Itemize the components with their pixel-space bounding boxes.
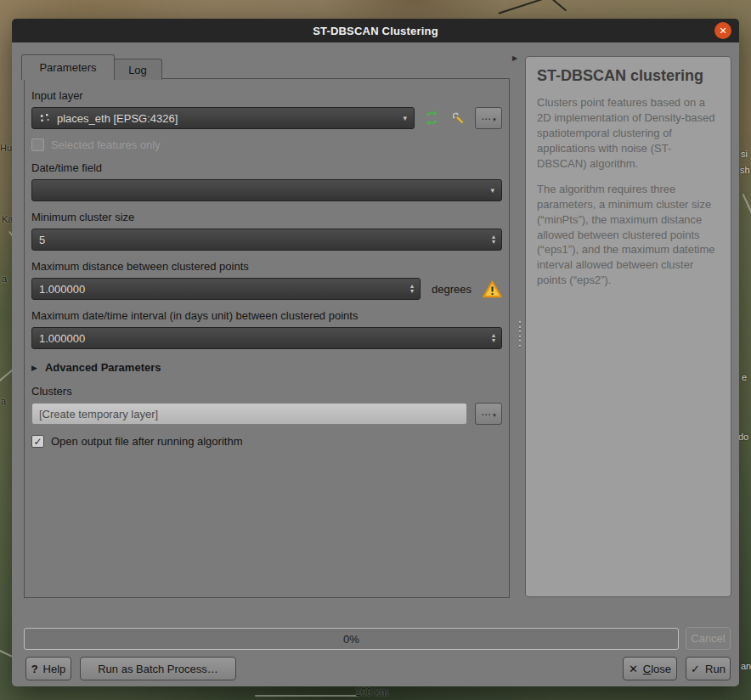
dialog-title: ST-DBSCAN Clustering xyxy=(313,25,438,37)
run-button[interactable]: ✓ Run xyxy=(686,657,731,680)
map-place-label: sh xyxy=(740,165,750,175)
input-layer-label: Input layer xyxy=(31,89,502,102)
selected-features-checkbox[interactable] xyxy=(31,138,44,151)
help-title: ST-DBSCAN clustering xyxy=(537,67,720,85)
map-border-line xyxy=(546,0,567,11)
clusters-output-input[interactable] xyxy=(31,403,467,425)
map-border-line xyxy=(498,0,555,14)
menu-arrow-icon: ▾ xyxy=(493,116,496,123)
chevron-down-icon: ▾ xyxy=(403,114,407,122)
map-place-label: Hu xyxy=(0,143,12,153)
point-layer-icon xyxy=(39,112,51,124)
help-paragraph: Clusters point features based on a 2D im… xyxy=(537,95,720,172)
max-distance-spinbox[interactable]: 1.000000 ▴▾ xyxy=(31,278,421,300)
selected-features-row: Selected features only xyxy=(31,138,502,151)
open-output-row: ✓ Open output file after running algorit… xyxy=(31,435,502,448)
map-scalebar-line xyxy=(255,695,357,697)
input-layer-combobox[interactable]: places_eth [EPSG:4326] ▾ xyxy=(31,107,415,129)
clusters-label: Clusters xyxy=(31,385,502,398)
max-interval-spinbox[interactable]: 1.000000 ▴▾ xyxy=(31,327,502,349)
parameters-panel: Input layer places_eth [EPSG:4326] ▾ xyxy=(24,78,510,598)
collapsed-arrow-icon: ▶ xyxy=(31,364,37,372)
close-button[interactable]: ✕ Close xyxy=(623,657,677,680)
close-x-icon: ✕ xyxy=(629,663,638,675)
max-interval-label: Maximum date/time interval (in days unit… xyxy=(31,309,502,322)
map-scale-label: 100 km xyxy=(355,686,388,698)
cancel-button[interactable]: Cancel xyxy=(686,627,731,650)
tab-log[interactable]: Log xyxy=(113,59,162,80)
map-place-label: an xyxy=(741,661,751,671)
panel-splitter-handle[interactable] xyxy=(517,321,522,347)
open-output-label: Open output file after running algorithm xyxy=(51,435,242,448)
tab-scroll-right-icon[interactable]: ▶ xyxy=(512,54,517,62)
map-place-label: si xyxy=(741,149,748,159)
input-layer-value: places_eth [EPSG:4326] xyxy=(57,112,178,125)
iterate-over-layer-icon[interactable] xyxy=(422,109,441,127)
min-cluster-size-value: 5 xyxy=(39,234,45,246)
degrees-unit-label: degrees xyxy=(432,283,471,296)
selected-features-label: Selected features only xyxy=(51,138,161,151)
qgis-screen: Hu Ka a a si sh e do an 100 km ST-DBSCAN… xyxy=(0,0,751,700)
datetime-field-label: Date/time field xyxy=(31,161,502,174)
input-layer-browse-button[interactable]: … ▾ xyxy=(475,107,502,129)
open-output-checkbox[interactable]: ✓ xyxy=(31,435,44,448)
map-road-line xyxy=(743,194,751,233)
menu-arrow-icon: ▾ xyxy=(493,412,496,419)
max-distance-value: 1.000000 xyxy=(39,283,85,296)
min-cluster-size-label: Minimum cluster size xyxy=(31,211,502,223)
advanced-parameters-toggle[interactable]: ▶ Advanced Parameters xyxy=(31,361,502,374)
chevron-down-icon: ▾ xyxy=(490,186,494,195)
map-place-label: a xyxy=(2,274,7,284)
advanced-options-wrench-icon[interactable] xyxy=(449,109,467,127)
algorithm-help-panel: ST-DBSCAN clustering Clusters point feat… xyxy=(525,56,731,597)
checkmark-icon: ✓ xyxy=(691,663,700,675)
max-distance-label: Maximum distance between clustered point… xyxy=(31,260,502,273)
map-place-label: e xyxy=(742,372,747,382)
spinner-arrows-icon[interactable]: ▴▾ xyxy=(492,234,495,245)
ellipsis-icon: … xyxy=(481,407,491,417)
ellipsis-icon: … xyxy=(481,111,491,121)
stdbscan-dialog: ST-DBSCAN Clustering ✕ Parameters Log ▶ … xyxy=(12,19,739,686)
advanced-parameters-label: Advanced Parameters xyxy=(45,361,161,374)
clusters-browse-button[interactable]: … ▾ xyxy=(475,403,502,425)
window-close-icon[interactable]: ✕ xyxy=(714,22,731,39)
run-as-batch-button[interactable]: Run as Batch Process… xyxy=(80,657,236,680)
min-cluster-size-spinbox[interactable]: 5 ▴▾ xyxy=(31,229,502,251)
map-place-label: a xyxy=(1,396,6,406)
warning-icon xyxy=(483,280,502,298)
spinner-arrows-icon[interactable]: ▴▾ xyxy=(410,284,414,294)
spinner-arrows-icon[interactable]: ▴▾ xyxy=(492,333,495,343)
help-button[interactable]: ? Help xyxy=(25,657,71,680)
map-place-label: do xyxy=(738,432,748,442)
progress-value: 0% xyxy=(343,633,359,646)
progress-bar: 0% xyxy=(24,628,679,650)
dialog-titlebar[interactable]: ST-DBSCAN Clustering ✕ xyxy=(12,19,739,42)
help-paragraph: The algorithm requires three parameters,… xyxy=(537,182,720,289)
datetime-field-combobox[interactable]: ▾ xyxy=(31,179,502,201)
max-interval-value: 1.000000 xyxy=(39,332,85,345)
tab-parameters[interactable]: Parameters xyxy=(21,54,115,80)
question-icon: ? xyxy=(31,663,38,675)
